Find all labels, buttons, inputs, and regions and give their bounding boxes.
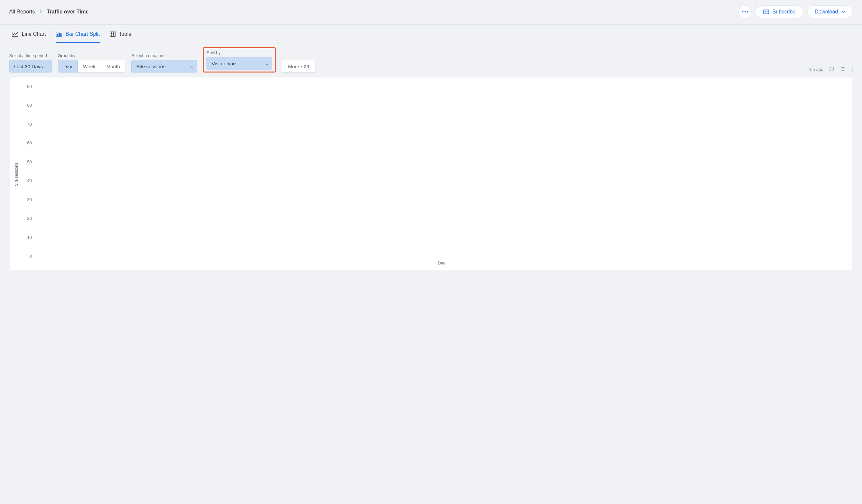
more-filters-button[interactable]: More • 26	[282, 60, 315, 72]
time-period-value: Last 30 Days	[14, 64, 43, 69]
y-tick: 30	[27, 197, 32, 202]
view-tabs: Line Chart Bar Chart Split Table	[0, 25, 862, 43]
group-by-segment: Day Week Month	[58, 60, 126, 72]
group-by-label: Group by	[58, 53, 126, 58]
y-tick: 60	[27, 141, 32, 145]
kebab-button[interactable]	[851, 66, 853, 72]
bar-chart-icon	[56, 31, 62, 37]
measure-label: Select a measure	[131, 53, 197, 58]
split-by-select[interactable]: Visitor type	[207, 57, 272, 69]
split-by-label: Split by	[207, 50, 272, 55]
chevron-down-icon	[841, 11, 845, 13]
svg-point-1	[744, 11, 746, 12]
refresh-icon	[829, 66, 834, 71]
more-options-button[interactable]	[739, 5, 752, 18]
measure-value: Site sessions	[136, 64, 165, 69]
y-tick: 50	[27, 159, 32, 164]
y-axis: 9080706050403020100	[20, 83, 34, 266]
svg-rect-3	[763, 10, 769, 14]
y-tick: 40	[27, 178, 32, 183]
svg-rect-7	[110, 32, 115, 37]
chevron-right-icon	[39, 9, 42, 15]
svg-rect-5	[59, 33, 60, 36]
dots-icon	[742, 11, 748, 12]
time-period-select[interactable]: Last 30 Days	[9, 60, 52, 72]
y-axis-label: Site sessions	[13, 83, 20, 266]
svg-point-14	[851, 66, 852, 67]
table-icon	[110, 31, 116, 37]
caret-down-icon	[190, 64, 193, 69]
refresh-button[interactable]	[829, 66, 834, 72]
tab-line-chart[interactable]: Line Chart	[12, 28, 46, 43]
split-by-value: Visitor type	[211, 61, 236, 66]
chart-card: Site sessions 9080706050403020100 Day	[9, 77, 853, 270]
svg-point-15	[851, 68, 852, 69]
tab-bar-split-label: Bar Chart Split	[66, 31, 100, 37]
svg-point-0	[742, 11, 744, 12]
x-axis-label: Day	[34, 259, 849, 266]
kebab-icon	[851, 66, 853, 71]
subscribe-label: Subscribe	[772, 9, 796, 15]
mail-icon	[763, 10, 769, 14]
breadcrumb: All Reports Traffic over Time	[9, 9, 89, 15]
y-tick: 10	[27, 235, 32, 240]
group-month-button[interactable]: Month	[101, 60, 126, 72]
y-tick: 90	[27, 84, 32, 89]
tab-table-label: Table	[119, 31, 131, 37]
measure-select[interactable]: Site sessions	[131, 60, 197, 72]
tab-line-label: Line Chart	[22, 31, 46, 37]
y-tick: 20	[27, 216, 32, 221]
group-day-button[interactable]: Day	[58, 60, 78, 72]
svg-rect-6	[61, 34, 61, 36]
filter-button[interactable]	[840, 67, 846, 72]
split-by-highlight: Split by Visitor type	[203, 47, 276, 72]
line-chart-icon	[12, 31, 18, 37]
subscribe-button[interactable]: Subscribe	[756, 5, 803, 18]
breadcrumb-current: Traffic over Time	[47, 9, 89, 15]
time-period-label: Select a time period	[9, 53, 52, 58]
caret-down-icon	[265, 61, 269, 66]
spacer	[282, 53, 315, 58]
svg-point-2	[747, 11, 748, 12]
more-filters-label: More • 26	[288, 64, 309, 69]
y-tick: 80	[27, 103, 32, 108]
svg-rect-4	[57, 34, 58, 36]
tab-table[interactable]: Table	[110, 28, 131, 43]
filter-icon	[840, 67, 846, 71]
svg-point-16	[851, 70, 852, 71]
chart-plot: Day	[34, 83, 849, 266]
tab-bar-split[interactable]: Bar Chart Split	[56, 28, 100, 43]
y-tick: 70	[27, 122, 32, 127]
download-button[interactable]: Download	[807, 5, 853, 18]
group-week-button[interactable]: Week	[78, 60, 101, 72]
last-updated: 1m ago	[809, 67, 823, 72]
download-label: Download	[815, 9, 838, 15]
breadcrumb-root[interactable]: All Reports	[9, 9, 35, 15]
y-tick: 0	[29, 254, 32, 258]
